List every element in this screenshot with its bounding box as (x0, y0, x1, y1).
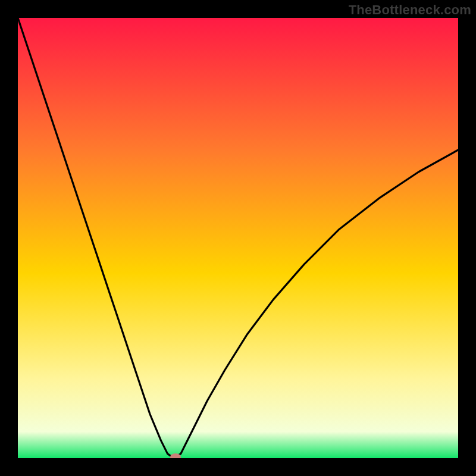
curve-line (18, 18, 458, 458)
watermark-text: TheBottleneck.com (349, 2, 471, 18)
marker-dot (170, 453, 181, 458)
plot-area (18, 18, 458, 458)
chart-frame: TheBottleneck.com (0, 0, 476, 476)
